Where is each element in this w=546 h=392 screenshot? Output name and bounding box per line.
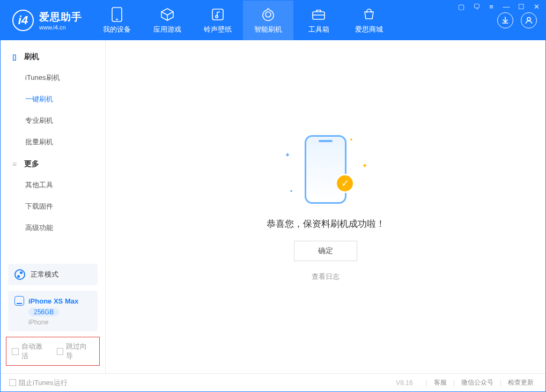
tab-ringtones[interactable]: 铃声壁纸 <box>193 1 243 40</box>
logo[interactable]: i4 爱思助手 www.i4.cn <box>1 1 92 40</box>
device-name: iPhone XS Max <box>28 297 78 305</box>
svg-rect-4 <box>212 9 223 20</box>
toolbox-icon <box>311 7 326 22</box>
checkbox-icon <box>57 348 64 355</box>
sparkle-icon: ✦ <box>362 162 367 169</box>
top-tabs: 我的设备 应用游戏 铃声壁纸 智能刷机 工具箱 爱思商城 <box>92 1 394 40</box>
body: ▯ 刷机 iTunes刷机 一键刷机 专业刷机 批量刷机 ≡ 更多 其他工具 下… <box>1 40 545 373</box>
main-content: ✓ ✦ ✦ • • 恭喜您，保资料刷机成功啦！ 确定 查看日志 <box>106 40 545 373</box>
app-window: ▢ 🗨 ≡ — ☐ ✕ i4 爱思助手 www.i4.cn 我的设备 应用游戏 <box>0 0 546 392</box>
user-icon[interactable] <box>521 12 537 28</box>
tab-toolbox[interactable]: 工具箱 <box>293 1 344 40</box>
checkbox-icon <box>9 379 16 386</box>
sparkle-icon: • <box>350 136 352 144</box>
svg-point-1 <box>116 18 117 20</box>
sidebar-item-pro-flash[interactable]: 专业刷机 <box>1 110 105 131</box>
svg-point-5 <box>216 15 218 17</box>
apps-icon <box>160 7 175 22</box>
sidebar-item-download-firmware[interactable]: 下载固件 <box>1 196 105 217</box>
checkbox-skip-guide[interactable]: 跳过向导 <box>57 342 94 361</box>
sidebar-item-advanced[interactable]: 高级功能 <box>1 217 105 239</box>
tshirt-icon[interactable]: ▢ <box>456 3 466 11</box>
checkbox-block-itunes[interactable]: 阻止iTunes运行 <box>9 378 68 388</box>
footer: 阻止iTunes运行 V8.16 | 客服 | 微信公众号 | 检查更新 <box>1 373 545 391</box>
device-type: iPhone <box>28 319 48 326</box>
tab-my-device[interactable]: 我的设备 <box>92 1 142 40</box>
feedback-icon[interactable]: 🗨 <box>471 3 481 11</box>
window-controls: ▢ 🗨 ≡ — ☐ ✕ <box>456 3 541 11</box>
menu-icon[interactable]: ≡ <box>486 3 496 11</box>
checkbox-auto-activate[interactable]: 自动激活 <box>12 342 49 361</box>
flash-icon <box>261 7 276 22</box>
device-small-icon <box>14 296 24 306</box>
header: ▢ 🗨 ≡ — ☐ ✕ i4 爱思助手 www.i4.cn 我的设备 应用游戏 <box>1 1 545 40</box>
tab-store[interactable]: 爱思商城 <box>344 1 394 40</box>
sparkle-icon: • <box>290 188 292 195</box>
checkmark-badge-icon: ✓ <box>335 174 355 193</box>
maximize-button[interactable]: ☐ <box>517 3 526 11</box>
phone-icon: ▯ <box>10 53 19 61</box>
logo-icon: i4 <box>12 10 34 31</box>
success-text: 恭喜您，保资料刷机成功啦！ <box>267 218 385 230</box>
app-url: www.i4.cn <box>39 24 82 31</box>
sidebar-item-batch-flash[interactable]: 批量刷机 <box>1 131 105 153</box>
ok-button[interactable]: 确定 <box>294 241 357 261</box>
sidebar: ▯ 刷机 iTunes刷机 一键刷机 专业刷机 批量刷机 ≡ 更多 其他工具 下… <box>1 40 106 373</box>
footer-link-update[interactable]: 检查更新 <box>505 378 537 387</box>
svg-rect-6 <box>313 12 324 19</box>
sidebar-section-flash: ▯ 刷机 <box>1 46 105 67</box>
footer-link-support[interactable]: 客服 <box>431 378 450 387</box>
view-log-link[interactable]: 查看日志 <box>312 272 340 282</box>
tab-apps[interactable]: 应用游戏 <box>142 1 193 40</box>
device-capacity: 256GB <box>28 308 59 316</box>
checkbox-icon <box>12 348 19 355</box>
close-button[interactable]: ✕ <box>532 3 541 11</box>
success-illustration: ✓ ✦ ✦ • • <box>283 132 368 207</box>
download-icon[interactable] <box>497 12 513 28</box>
phone-graphic <box>305 135 346 204</box>
list-icon: ≡ <box>10 160 19 168</box>
mode-label: 正常模式 <box>31 270 58 279</box>
sidebar-item-other-tools[interactable]: 其他工具 <box>1 174 105 196</box>
version-label: V8.16 <box>396 379 412 387</box>
device-card[interactable]: iPhone XS Max 256GB iPhone <box>8 291 98 331</box>
svg-point-8 <box>527 18 530 21</box>
ringtone-icon <box>210 7 225 22</box>
mode-icon <box>14 269 25 280</box>
sidebar-item-itunes-flash[interactable]: iTunes刷机 <box>1 67 105 88</box>
app-name: 爱思助手 <box>39 10 82 24</box>
sidebar-item-onekey-flash[interactable]: 一键刷机 <box>1 88 105 110</box>
store-icon <box>361 7 377 22</box>
sidebar-section-more: ≡ 更多 <box>1 153 105 174</box>
sparkle-icon: ✦ <box>285 151 290 159</box>
tab-smart-flash[interactable]: 智能刷机 <box>243 1 293 40</box>
options-highlight-box: 自动激活 跳过向导 <box>6 337 100 366</box>
mode-card[interactable]: 正常模式 <box>8 264 98 285</box>
footer-link-wechat[interactable]: 微信公众号 <box>458 378 497 387</box>
minimize-button[interactable]: — <box>501 3 511 11</box>
device-icon <box>109 7 124 22</box>
